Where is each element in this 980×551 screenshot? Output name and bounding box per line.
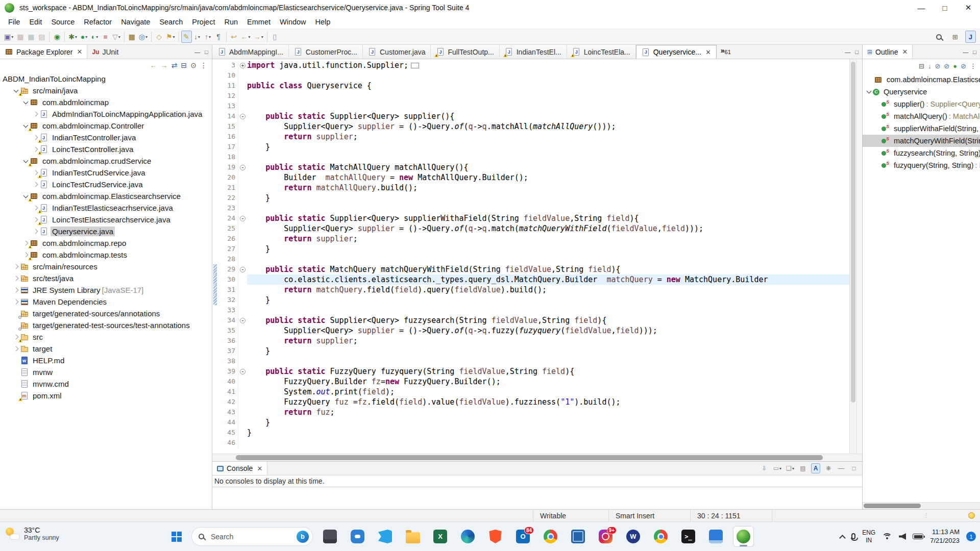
taskbar-spring-tool-suite[interactable]	[733, 526, 754, 547]
minimize-icon[interactable]: —	[837, 463, 846, 473]
fold-toggle-icon[interactable]: -	[238, 315, 247, 325]
code-text[interactable]: public static Supplier<Query> fuzzysearc…	[247, 315, 849, 325]
open-console-icon[interactable]: ◉	[52, 31, 62, 43]
code-text[interactable]: Supplier<Query> supplier = ()->Query.of(…	[247, 121, 849, 132]
back-icon[interactable]: ←▾	[239, 31, 252, 43]
new-java-project-icon[interactable]: ▦	[127, 31, 137, 43]
start-button[interactable]	[166, 527, 187, 547]
code-text[interactable]: return matchQuery.field(field).query(fie…	[247, 285, 849, 295]
show-whitespace-icon[interactable]: ¶	[213, 31, 224, 43]
language-switcher[interactable]: ENGIN	[862, 529, 875, 544]
word-wrap-icon[interactable]: A	[811, 463, 820, 473]
taskbar-instagram[interactable]: 9+	[595, 526, 616, 547]
code-text[interactable]: return supplier;	[247, 132, 849, 142]
chevron-collapsed-icon[interactable]	[12, 288, 20, 292]
run-icon[interactable]: ●▾	[79, 31, 89, 43]
menu-refactor[interactable]: Refactor	[79, 17, 116, 27]
forward-icon[interactable]: →	[161, 62, 168, 69]
tree-item[interactable]: JRE System Library [JavaSE-17]	[0, 284, 212, 296]
code-text[interactable]: public static Supplier<Query> supplier()…	[247, 111, 849, 121]
tree-item[interactable]: JIndianTestElasticseacrhservice.java	[0, 202, 212, 214]
pin-console-icon[interactable]: ⇩	[760, 463, 769, 473]
save-all-icon[interactable]: ▦	[26, 31, 36, 43]
preferences-icon[interactable]: ❋	[824, 463, 833, 473]
pin-editor-icon[interactable]: ▯	[270, 31, 280, 43]
back-icon[interactable]: ←	[150, 62, 157, 69]
outline-item[interactable]: Ssupplier() : Supplier<Query>	[863, 98, 980, 110]
next-annotation-icon[interactable]: ↓▾	[192, 31, 203, 43]
outline-horizontal-scrollbar[interactable]	[863, 502, 980, 509]
clock[interactable]: 11:13 AM7/21/2023	[930, 528, 960, 545]
tab-package-explorer[interactable]: Package Explorer ✕	[0, 45, 87, 59]
code-text[interactable]: return supplier;	[247, 336, 849, 346]
java-perspective-icon[interactable]: J	[965, 31, 976, 43]
tree-item[interactable]: ABDM_IndianToLoincMapping	[0, 73, 212, 85]
tray-overflow-chevron-icon[interactable]	[839, 535, 846, 541]
tree-item[interactable]: JIndianTestController.java	[0, 132, 212, 143]
code-text[interactable]: }	[247, 295, 849, 305]
tree-item[interactable]: JLoincTestController.java	[0, 143, 212, 155]
forward-icon[interactable]: →▾	[252, 31, 265, 43]
code-text[interactable]: Supplier<Query> supplier = ()->Query.of(…	[247, 223, 849, 234]
fold-toggle-icon[interactable]: -	[238, 366, 247, 377]
taskbar-brave[interactable]	[485, 526, 506, 547]
mark-occurrences-icon[interactable]: ✎	[181, 31, 192, 43]
minimize-button[interactable]: —	[910, 0, 933, 15]
taskbar-vscode[interactable]	[375, 526, 396, 547]
open-perspective-icon[interactable]: ⊞	[949, 31, 961, 43]
taskbar-calculator[interactable]	[705, 526, 726, 547]
outline-item[interactable]: SsupplierWithaField(String, String) : Su…	[863, 122, 980, 135]
minimize-view-icon[interactable]: —	[194, 49, 200, 55]
taskbar-edge[interactable]	[457, 526, 478, 547]
editor-tab[interactable]: JFullTestOutp...	[431, 45, 499, 59]
taskbar-app-dark[interactable]	[320, 526, 340, 547]
maximize-button[interactable]: □	[933, 0, 957, 15]
tree-item[interactable]: mpom.xml	[0, 390, 212, 402]
code-text[interactable]	[247, 203, 849, 213]
collapsed-region-icon[interactable]	[411, 63, 419, 68]
outline-item[interactable]: Sfuzyquery(String, String) : FuzzyQuery	[863, 159, 980, 171]
chevron-expanded-icon[interactable]	[865, 91, 873, 93]
code-text[interactable]	[247, 254, 849, 264]
code-text[interactable]	[247, 356, 849, 366]
code-text[interactable]	[247, 70, 849, 81]
menu-project[interactable]: Project	[187, 17, 219, 27]
code-text[interactable]: public static MatchQuery matchQueryWithF…	[247, 264, 849, 274]
editor-tab[interactable]: JIndianTestEl...	[500, 45, 567, 59]
chevron-expanded-icon[interactable]	[21, 125, 30, 127]
maximize-editor-icon[interactable]: □	[855, 49, 859, 55]
wifi-icon[interactable]	[882, 533, 892, 540]
code-text[interactable]: }	[247, 346, 849, 356]
tree-item[interactable]: JIndianTestCrudService.java	[0, 167, 212, 179]
new-wizard-icon[interactable]: ▣▾	[3, 31, 15, 43]
maximize-icon[interactable]: □	[849, 463, 859, 473]
stop-icon[interactable]: ■	[100, 31, 111, 43]
hide-local-types-icon[interactable]: ⊘	[961, 62, 966, 70]
outline-item[interactable]: SmatchQueryWithField(String, String) : M…	[863, 135, 980, 147]
debug-icon[interactable]: ✱▾	[67, 31, 79, 43]
filters-icon[interactable]: ⊙	[190, 62, 197, 69]
taskbar-word-app[interactable]: W	[623, 526, 644, 547]
view-menu-icon[interactable]: ⋮	[200, 62, 207, 69]
sort-icon[interactable]: ↓	[928, 62, 932, 70]
tree-item[interactable]: src	[0, 331, 212, 343]
last-edit-icon[interactable]: ↩	[229, 31, 239, 43]
run-history-icon[interactable]: ▽▾	[111, 31, 122, 43]
editor-tab[interactable]: JLoincTestEla...	[567, 45, 636, 59]
microphone-icon[interactable]	[851, 533, 855, 539]
minimize-editor-icon[interactable]: —	[845, 49, 850, 55]
code-text[interactable]: FuzzyQuery fuz =fz.field(field).value(fi…	[247, 397, 849, 407]
code-text[interactable]: return fuz;	[247, 407, 849, 417]
code-text[interactable]: public static Supplier<Query> supplierWi…	[247, 213, 849, 223]
tree-item[interactable]: wHELP.md	[0, 355, 212, 366]
close-icon[interactable]: ✕	[257, 465, 262, 472]
outline-item[interactable]: SmatchAllQuery() : MatchAllQuery	[863, 110, 980, 122]
taskbar-chrome[interactable]	[540, 526, 561, 547]
close-icon[interactable]: ✕	[902, 48, 908, 56]
notification-badge[interactable]: 1	[966, 532, 976, 541]
chevron-collapsed-icon[interactable]	[12, 347, 20, 350]
save-icon[interactable]: ▦	[15, 31, 26, 43]
taskbar-search[interactable]: Search b	[191, 527, 313, 546]
editor-tab[interactable]: JAbdmMappingI...	[212, 45, 289, 59]
tree-item[interactable]: Maven Dependencies	[0, 296, 212, 308]
